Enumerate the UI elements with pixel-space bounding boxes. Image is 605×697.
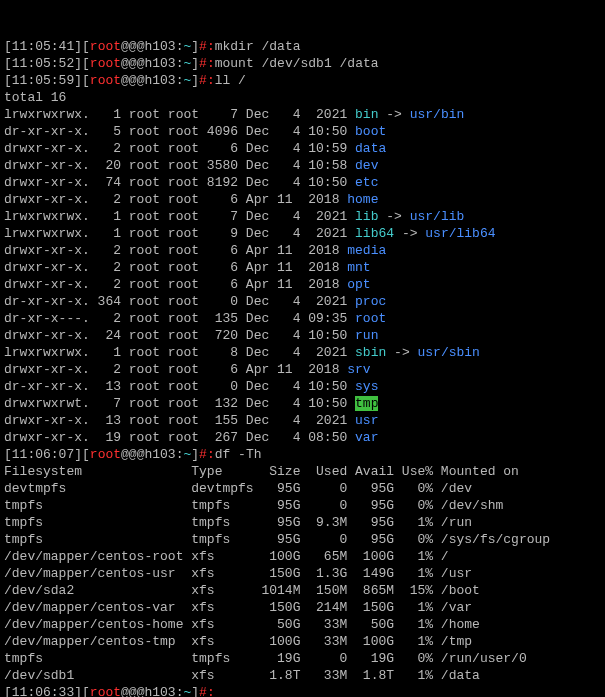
prompt-bracket: ]: [191, 685, 199, 697]
ls-target: usr/lib64: [425, 226, 495, 241]
prompt-symbol: #:: [199, 73, 215, 88]
prompt-time: [11:05:59][: [4, 73, 90, 88]
ls-row: drwxr-xr-x. 24 root root 720 Dec 4 10:50: [4, 328, 355, 343]
ls-name: sys: [355, 379, 378, 394]
prompt-time: [11:05:52][: [4, 56, 90, 71]
ls-row: lrwxrwxrwx. 1 root root 7 Dec 4 2021: [4, 209, 355, 224]
ls-name: bin: [355, 107, 378, 122]
ls-name: etc: [355, 175, 378, 190]
prompt-bracket: ]: [191, 39, 199, 54]
ls-row: drwxrwxrwt. 7 root root 132 Dec 4 10:50: [4, 396, 355, 411]
prompt-symbol: #:: [199, 685, 215, 697]
ls-row: drwxr-xr-x. 2 root root 6 Apr 11 2018: [4, 277, 347, 292]
df-row: tmpfs tmpfs 95G 0 95G 0% /dev/shm: [4, 498, 503, 513]
prompt-host: @@@h103:: [121, 685, 183, 697]
ls-target: usr/lib: [410, 209, 465, 224]
prompt-time: [11:06:33][: [4, 685, 90, 697]
ls-name: mnt: [347, 260, 370, 275]
prompt-time: [11:06:07][: [4, 447, 90, 462]
df-row: /dev/mapper/centos-root xfs 100G 65M 100…: [4, 549, 449, 564]
prompt-user: root: [90, 39, 121, 54]
df-row: /dev/mapper/centos-var xfs 150G 214M 150…: [4, 600, 472, 615]
prompt-user: root: [90, 447, 121, 462]
ls-name: run: [355, 328, 378, 343]
ls-name: proc: [355, 294, 386, 309]
prompt-symbol: #:: [199, 447, 215, 462]
prompt-bracket: ]: [191, 73, 199, 88]
df-row: /dev/sdb1 xfs 1.8T 33M 1.8T 1% /data: [4, 668, 480, 683]
ls-row: lrwxrwxrwx. 1 root root 9 Dec 4 2021: [4, 226, 355, 241]
ls-name: data: [355, 141, 386, 156]
df-row: /dev/sda2 xfs 1014M 150M 865M 15% /boot: [4, 583, 480, 598]
prompt-command[interactable]: mount /dev/sdb1 /data: [215, 56, 379, 71]
ls-target: usr/sbin: [418, 345, 480, 360]
ls-name: opt: [347, 277, 370, 292]
df-row: tmpfs tmpfs 95G 9.3M 95G 1% /run: [4, 515, 472, 530]
df-row: /dev/mapper/centos-tmp xfs 100G 33M 100G…: [4, 634, 472, 649]
ls-arrow: ->: [378, 107, 409, 122]
ls-row: drwxr-xr-x. 2 root root 6 Apr 11 2018: [4, 260, 347, 275]
ls-row: lrwxrwxrwx. 1 root root 7 Dec 4 2021: [4, 107, 355, 122]
ls-arrow: ->: [378, 209, 409, 224]
ls-name: var: [355, 430, 378, 445]
prompt-time: [11:05:41][: [4, 39, 90, 54]
df-row: tmpfs tmpfs 95G 0 95G 0% /sys/fs/cgroup: [4, 532, 550, 547]
ls-arrow: ->: [386, 345, 417, 360]
prompt-user: root: [90, 73, 121, 88]
ls-name: lib: [355, 209, 378, 224]
prompt-command[interactable]: mkdir /data: [215, 39, 301, 54]
prompt-command[interactable]: df -Th: [215, 447, 262, 462]
ls-name: srv: [347, 362, 370, 377]
ls-row: lrwxrwxrwx. 1 root root 8 Dec 4 2021: [4, 345, 355, 360]
prompt-bracket: ]: [191, 56, 199, 71]
prompt-bracket: ]: [191, 447, 199, 462]
df-row: /dev/mapper/centos-usr xfs 150G 1.3G 149…: [4, 566, 472, 581]
ls-name: media: [347, 243, 386, 258]
ls-row: drwxr-xr-x. 2 root root 6 Apr 11 2018: [4, 243, 347, 258]
ls-row: drwxr-xr-x. 2 root root 6 Apr 11 2018: [4, 362, 347, 377]
prompt-symbol: #:: [199, 56, 215, 71]
ls-row: drwxr-xr-x. 13 root root 155 Dec 4 2021: [4, 413, 355, 428]
prompt-command[interactable]: ll /: [215, 73, 246, 88]
prompt-user: root: [90, 56, 121, 71]
df-row: /dev/mapper/centos-home xfs 50G 33M 50G …: [4, 617, 480, 632]
ls-name: usr: [355, 413, 378, 428]
prompt-symbol: #:: [199, 39, 215, 54]
df-header: Filesystem Type Size Used Avail Use% Mou…: [4, 464, 519, 479]
ls-row: drwxr-xr-x. 2 root root 6 Apr 11 2018: [4, 192, 347, 207]
ls-row: drwxr-xr-x. 74 root root 8192 Dec 4 10:5…: [4, 175, 355, 190]
ls-row: drwxr-xr-x. 20 root root 3580 Dec 4 10:5…: [4, 158, 355, 173]
ls-name: home: [347, 192, 378, 207]
ls-total: total 16: [4, 90, 66, 105]
ls-name: tmp: [355, 396, 378, 411]
ls-row: dr-xr-xr-x. 13 root root 0 Dec 4 10:50: [4, 379, 355, 394]
prompt-host: @@@h103:: [121, 73, 183, 88]
ls-row: drwxr-xr-x. 19 root root 267 Dec 4 08:50: [4, 430, 355, 445]
ls-target: usr/bin: [410, 107, 465, 122]
prompt-host: @@@h103:: [121, 56, 183, 71]
df-row: devtmpfs devtmpfs 95G 0 95G 0% /dev: [4, 481, 472, 496]
ls-row: dr-xr-xr-x. 364 root root 0 Dec 4 2021: [4, 294, 355, 309]
ls-row: drwxr-xr-x. 2 root root 6 Dec 4 10:59: [4, 141, 355, 156]
terminal-output: [11:05:41][root@@@h103:~]#:mkdir /data […: [4, 38, 601, 697]
ls-arrow: ->: [394, 226, 425, 241]
ls-name: boot: [355, 124, 386, 139]
df-row: tmpfs tmpfs 19G 0 19G 0% /run/user/0: [4, 651, 527, 666]
ls-row: dr-xr-x---. 2 root root 135 Dec 4 09:35: [4, 311, 355, 326]
prompt-user: root: [90, 685, 121, 697]
ls-row: dr-xr-xr-x. 5 root root 4096 Dec 4 10:50: [4, 124, 355, 139]
prompt-host: @@@h103:: [121, 447, 183, 462]
ls-name: root: [355, 311, 386, 326]
prompt-host: @@@h103:: [121, 39, 183, 54]
ls-name: dev: [355, 158, 378, 173]
ls-name: lib64: [355, 226, 394, 241]
ls-name: sbin: [355, 345, 386, 360]
